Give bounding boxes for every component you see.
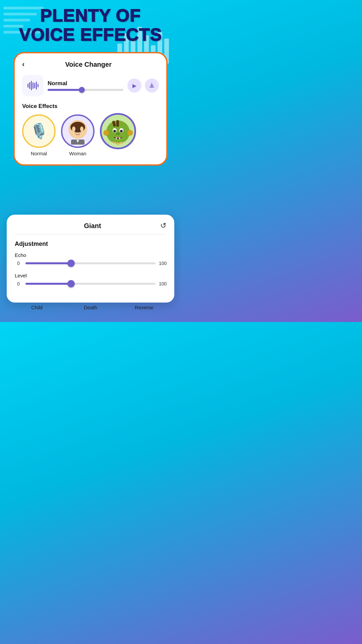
- svg-point-21: [120, 130, 123, 132]
- svg-point-27: [104, 130, 109, 136]
- audio-controls: ▶: [127, 78, 159, 93]
- audio-name: Normal: [48, 80, 123, 87]
- effect-normal[interactable]: 🎙️ Normal: [22, 114, 56, 156]
- svg-point-10: [80, 126, 83, 132]
- svg-rect-0: [27, 84, 28, 88]
- page-title: PLENTY OF VOICE EFFECTS: [0, 6, 181, 44]
- echo-max: 100: [159, 261, 166, 266]
- level-slider-thumb: [67, 280, 75, 287]
- svg-rect-17: [116, 120, 119, 127]
- effect-label-woman: Woman: [69, 151, 86, 156]
- echo-slider-thumb: [67, 260, 75, 267]
- giant-panel-header: Giant ↺: [15, 221, 166, 230]
- effect-circle-woman: [61, 114, 95, 148]
- effect-label-death: Death: [84, 305, 97, 310]
- effects-row: 🎙️ Normal Wom: [22, 114, 159, 156]
- giant-panel: Giant ↺ Adjustment Echo 0 100 Level 0 10…: [7, 215, 174, 303]
- effect-giant[interactable]: [100, 113, 136, 156]
- svg-rect-4: [34, 83, 35, 88]
- play-button[interactable]: ▶: [127, 78, 141, 93]
- giant-panel-title: Giant: [25, 222, 160, 230]
- level-max: 100: [159, 281, 166, 286]
- echo-slider-fill: [25, 262, 71, 264]
- audio-slider-fill: [48, 89, 82, 91]
- main-card: ‹ Voice Changer Normal: [13, 52, 168, 166]
- effect-circle-normal: 🎙️: [22, 114, 56, 148]
- voice-effects-label: Voice Effects: [22, 103, 159, 110]
- level-slider-row: 0 100: [15, 281, 166, 286]
- audio-slider-thumb: [79, 87, 85, 93]
- effect-label-reverse: Reverse: [135, 305, 154, 310]
- svg-rect-2: [31, 81, 32, 90]
- svg-point-24: [118, 133, 120, 135]
- svg-point-12: [78, 129, 80, 131]
- svg-point-29: [114, 142, 116, 144]
- audio-row: Normal ▶: [22, 75, 159, 96]
- audio-info: Normal: [48, 80, 123, 91]
- effect-woman[interactable]: Woman: [61, 114, 95, 156]
- svg-rect-1: [29, 82, 30, 89]
- svg-point-28: [127, 130, 133, 136]
- refresh-button[interactable]: ↺: [160, 221, 166, 230]
- svg-rect-3: [33, 82, 34, 89]
- download-button[interactable]: [145, 78, 159, 93]
- echo-slider-row: 0 100: [15, 261, 166, 266]
- svg-rect-6: [38, 84, 39, 87]
- svg-point-23: [116, 133, 118, 135]
- back-button[interactable]: ‹: [22, 60, 24, 69]
- audio-icon-box: [22, 75, 44, 96]
- svg-point-31: [120, 142, 122, 144]
- echo-min: 0: [15, 261, 22, 266]
- effect-circle-giant: [100, 113, 136, 149]
- svg-rect-5: [36, 82, 37, 90]
- svg-point-11: [75, 129, 77, 131]
- voice-changer-header: ‹ Voice Changer: [22, 60, 159, 69]
- svg-point-9: [72, 126, 75, 132]
- level-min: 0: [15, 281, 22, 286]
- echo-slider[interactable]: [25, 262, 156, 264]
- adjustment-title: Adjustment: [15, 240, 166, 248]
- echo-label: Echo: [15, 252, 166, 258]
- audio-slider[interactable]: [48, 89, 123, 91]
- panel-divider: [15, 234, 166, 234]
- level-slider-fill: [25, 283, 71, 285]
- level-slider[interactable]: [25, 283, 156, 285]
- waveform-icon: [27, 79, 39, 92]
- svg-point-20: [113, 130, 116, 132]
- effect-label-child: Child: [31, 305, 43, 310]
- effect-label-normal: Normal: [31, 151, 47, 156]
- voice-changer-title: Voice Changer: [28, 61, 149, 68]
- level-label: Level: [15, 273, 166, 278]
- svg-point-30: [117, 143, 119, 145]
